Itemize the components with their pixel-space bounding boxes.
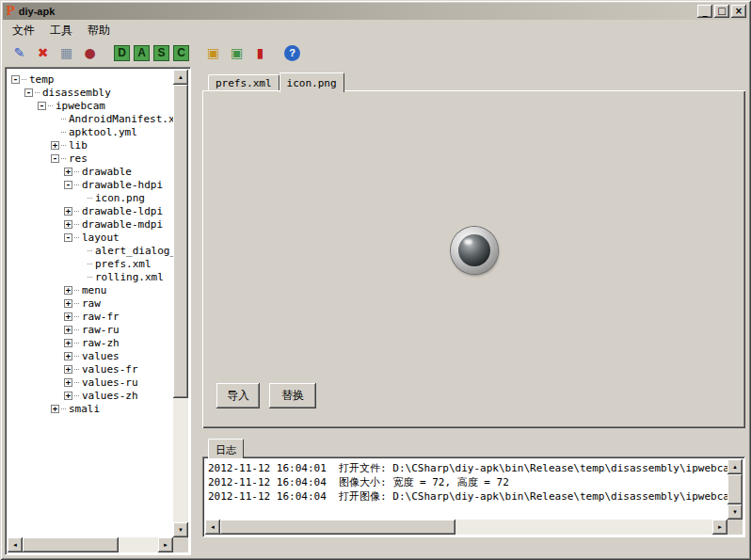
scroll-up-button[interactable]: ▲: [727, 459, 743, 474]
tree-toggle-icon[interactable]: +: [51, 141, 59, 150]
tab-log[interactable]: 日志: [208, 439, 244, 458]
log-horizontal-scroll-thumb[interactable]: [220, 520, 455, 535]
import-button[interactable]: 导入: [216, 383, 260, 408]
replace-button[interactable]: 替换: [269, 383, 316, 408]
vertical-bar-icon[interactable]: ▮: [250, 43, 270, 63]
tree-toggle-icon[interactable]: +: [64, 339, 72, 347]
log-line: 2012-11-12 16:04:04 图像大小: 宽度 = 72, 高度 = …: [208, 475, 725, 489]
tree-item[interactable]: + raw-ru: [11, 323, 173, 336]
tree-item[interactable]: - drawable-hdpi: [11, 178, 173, 191]
maximize-button[interactable]: □: [714, 5, 729, 18]
tree-vertical-scrollbar[interactable]: ▲ ▼: [173, 70, 188, 537]
close-file-icon[interactable]: ✖: [33, 43, 53, 63]
tree-toggle-icon[interactable]: -: [24, 88, 33, 97]
tree-item[interactable]: + raw-zh: [11, 336, 173, 349]
tree-toggle-icon[interactable]: [77, 273, 86, 281]
tree-toggle-icon[interactable]: [77, 260, 86, 268]
package-icon[interactable]: ▣: [227, 43, 247, 63]
tree-toggle-icon[interactable]: +: [64, 326, 72, 334]
scroll-down-button[interactable]: ▼: [727, 504, 743, 520]
help-icon[interactable]: ?: [284, 45, 300, 61]
tree-item[interactable]: - disassembly: [11, 86, 173, 99]
tree-toggle-icon[interactable]: +: [64, 312, 72, 321]
toolbar-group-help: ?: [284, 45, 300, 61]
tree-toggle-icon[interactable]: [77, 194, 86, 202]
tree-toggle-icon[interactable]: +: [64, 286, 72, 295]
scroll-right-button[interactable]: ►: [158, 537, 173, 552]
tree-toggle-icon[interactable]: -: [64, 233, 72, 242]
jar-icon[interactable]: ▣: [203, 43, 223, 63]
tree-item[interactable]: + values-ru: [11, 376, 173, 389]
tree-item[interactable]: - layout: [11, 231, 173, 244]
tab-prefs-xml[interactable]: prefs.xml: [208, 74, 280, 90]
scroll-up-button[interactable]: ▲: [173, 70, 188, 85]
toolbar: ✎✖▦● DASC ▣▣▮ ?: [5, 40, 746, 66]
tree-item[interactable]: + values-fr: [11, 362, 173, 376]
tree-item[interactable]: - ipwebcam: [11, 99, 173, 112]
tree-toggle-icon[interactable]: -: [64, 181, 72, 189]
tree-item[interactable]: + drawable: [11, 165, 173, 178]
sign-icon[interactable]: S: [153, 45, 169, 61]
scroll-left-button[interactable]: ◄: [8, 537, 23, 552]
scroll-up-icon: ▲: [732, 464, 738, 470]
minimize-button[interactable]: _: [697, 5, 712, 18]
scroll-right-button[interactable]: ►: [712, 520, 727, 535]
tree-item[interactable]: + menu: [11, 283, 173, 296]
tree-item[interactable]: rolling.xml: [11, 270, 173, 283]
tree-item[interactable]: + drawable-mdpi: [11, 217, 173, 231]
tree-horizontal-scrollbar[interactable]: ◄ ►: [8, 537, 173, 552]
tree-item[interactable]: + values-zh: [11, 389, 173, 402]
tree-item[interactable]: - temp: [11, 72, 173, 86]
tree-toggle-icon[interactable]: +: [51, 405, 59, 413]
log-horizontal-scrollbar[interactable]: ◄ ►: [205, 520, 727, 535]
scroll-down-button[interactable]: ▼: [173, 522, 188, 537]
tree-toggle-icon[interactable]: -: [11, 75, 20, 84]
tree-item[interactable]: + drawable-ldpi: [11, 204, 173, 217]
tree-toggle-icon[interactable]: +: [64, 378, 72, 387]
close-button[interactable]: ×: [731, 5, 746, 18]
tree-toggle-icon[interactable]: [51, 115, 59, 123]
log-vertical-scroll-thumb[interactable]: [727, 474, 743, 504]
save-icon[interactable]: ▦: [56, 43, 76, 63]
tree-item[interactable]: + smali: [11, 402, 173, 415]
scroll-left-button[interactable]: ◄: [205, 520, 220, 535]
log-vertical-scrollbar[interactable]: ▲ ▼: [727, 459, 743, 520]
tree-toggle-icon[interactable]: +: [64, 365, 72, 374]
menu-item[interactable]: 帮助: [80, 21, 118, 40]
tree-vertical-scroll-thumb[interactable]: [173, 85, 188, 398]
tree-toggle-icon[interactable]: +: [64, 168, 72, 176]
tree-item-label: values-fr: [81, 363, 139, 376]
log-textbox[interactable]: 2012-11-12 16:04:01 打开文件: D:\CSharp\diy-…: [205, 459, 727, 520]
compile-icon[interactable]: C: [173, 45, 189, 61]
tree-item[interactable]: - res: [11, 152, 173, 165]
log-line: 2012-11-12 16:04:01 打开文件: D:\CSharp\diy-…: [208, 461, 725, 475]
menu-item[interactable]: 文件: [5, 21, 42, 40]
tree-toggle-icon[interactable]: +: [64, 220, 72, 229]
tree-toggle-icon[interactable]: -: [38, 102, 46, 110]
tree-toggle-icon[interactable]: [77, 247, 86, 255]
tree-horizontal-scroll-thumb[interactable]: [23, 537, 119, 552]
tree-toggle-icon[interactable]: [51, 128, 59, 136]
tree-item[interactable]: apktool.yml: [11, 125, 173, 138]
tree-toggle-icon[interactable]: +: [64, 207, 72, 216]
tree-item[interactable]: + values: [11, 349, 173, 362]
tree-toggle-icon[interactable]: +: [64, 299, 72, 308]
tree-item[interactable]: + raw: [11, 296, 173, 310]
decompile-icon[interactable]: D: [114, 45, 130, 61]
stop-icon[interactable]: ●: [80, 43, 100, 63]
tree-item[interactable]: AndroidManifest.xml: [11, 112, 173, 125]
assemble-icon[interactable]: A: [134, 45, 150, 61]
open-icon[interactable]: ✎: [9, 43, 29, 63]
tree-item[interactable]: + lib: [11, 138, 173, 152]
tree-item[interactable]: + raw-fr: [11, 310, 173, 323]
titlebar[interactable]: P diy-apk _ □ ×: [3, 3, 748, 20]
tree-item[interactable]: prefs.xml: [11, 257, 173, 270]
tree-toggle-icon[interactable]: +: [64, 392, 72, 400]
menu-item[interactable]: 工具: [42, 21, 80, 40]
tree-item[interactable]: alert_dialog_: [11, 244, 173, 257]
tree-item[interactable]: icon.png: [11, 191, 173, 204]
tab-icon-png[interactable]: icon.png: [280, 72, 344, 92]
tree-toggle-icon[interactable]: -: [51, 154, 59, 163]
tree-toggle-icon[interactable]: +: [64, 352, 72, 360]
tree-item-label: disassembly: [41, 87, 112, 99]
